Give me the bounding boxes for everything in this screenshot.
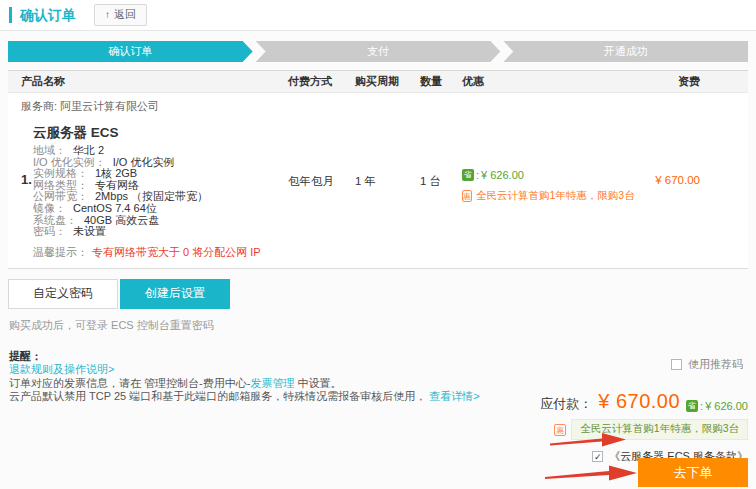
summary-promo-line: 惠 全民云计算首购1年特惠，限购3台 [540, 419, 748, 440]
vendor-row: 服务商: 阿里云计算有限公司 [8, 93, 748, 118]
back-arrow-icon: ↑ [105, 9, 110, 20]
invoice-manage-link[interactable]: 发票管理 [250, 377, 294, 389]
back-button[interactable]: ↑ 返回 [94, 4, 147, 26]
set-after-create-button[interactable]: 创建后设置 [120, 279, 230, 309]
progress-steps: 确认订单 支付 开通成功 [8, 41, 748, 62]
pay-method-cell: 包年包月 [288, 118, 355, 260]
payment-summary: 应付款： ¥ 670.00 省:¥ 626.00 惠 全民云计算首购1年特惠，限… [540, 390, 748, 464]
custom-password-button[interactable]: 自定义密码 [8, 279, 118, 309]
referral-label: 使用推荐码 [688, 357, 743, 372]
summary-save-amount: ¥ 626.00 [705, 400, 748, 412]
col-fee: 资费 [622, 74, 748, 89]
table-header: 产品名称 付费方式 购买周期 数量 优惠 资费 [8, 70, 748, 93]
page-title: 确认订单 [9, 7, 76, 23]
discount-cell: 省: ¥ 626.00 惠 全民云计算首购1年特惠，限购3台 [462, 118, 622, 260]
order-confirm-page: 确认订单 ↑ 返回 确认订单 支付 开通成功 产品名称 付费方式 购买周期 数量… [0, 0, 756, 489]
referral-checkbox[interactable] [671, 359, 682, 370]
save-badge-icon: 省 [686, 400, 698, 412]
product-specs: 地域：华北 2 I/O 优化实例：I/O 优化实例 实例规格：1核 2GB 网络… [33, 145, 288, 238]
coupon-icon: 惠 [554, 424, 566, 436]
quantity-cell: 1 台 [420, 118, 462, 260]
table-row: 1. 云服务器 ECS 地域：华北 2 I/O 优化实例：I/O 优化实例 实例… [8, 118, 748, 268]
warm-tip: 温馨提示：专有网络带宽大于 0 将分配公网 IP [33, 245, 288, 260]
promo-line: 惠 全民云计算首购1年特惠，限购3台 [462, 189, 622, 203]
terms-checkbox[interactable]: ✓ [592, 451, 603, 462]
save-line: 省: ¥ 626.00 [462, 169, 622, 181]
payable-label: 应付款： [540, 395, 592, 413]
place-order-button[interactable]: 去下单 [638, 458, 748, 487]
spec-system-disk: 系统盘：40GB 高效云盘 [33, 215, 288, 227]
step-activated: 开通成功 [503, 41, 748, 62]
spec-password: 密码：未设置 [33, 226, 288, 238]
fee-cell: ¥ 670.00 [622, 118, 748, 260]
payable-amount: ¥ 670.00 [598, 390, 680, 413]
row-index: 1. [21, 172, 32, 187]
view-details-link[interactable]: 查看详情> [429, 390, 479, 402]
col-product-name: 产品名称 [8, 74, 288, 89]
step-confirm-order: 确认订单 [8, 41, 253, 62]
period-cell: 1 年 [355, 118, 420, 260]
payable-line: 应付款： ¥ 670.00 省:¥ 626.00 [540, 390, 748, 413]
save-amount: ¥ 626.00 [481, 169, 524, 181]
col-discount: 优惠 [462, 74, 622, 89]
product-cell: 云服务器 ECS 地域：华北 2 I/O 优化实例：I/O 优化实例 实例规格：… [8, 118, 288, 260]
col-period: 购买周期 [355, 74, 420, 89]
coupon-icon: 惠 [462, 190, 472, 202]
back-button-label: 返回 [114, 7, 136, 22]
product-name: 云服务器 ECS [33, 118, 288, 141]
refund-rules-link[interactable]: 退款规则及操作说明> [9, 363, 114, 375]
promo-text: 全民云计算首购1年特惠，限购3台 [476, 189, 635, 203]
invoice-line: 订单对应的发票信息，请在 管理控制台-费用中心-发票管理 中设置。 [9, 377, 756, 391]
summary-promo-text: 全民云计算首购1年特惠，限购3台 [571, 419, 748, 440]
step-pay: 支付 [256, 41, 501, 62]
reminder-title: 提醒： [9, 350, 756, 364]
spec-bandwidth: 公网带宽：2Mbps （按固定带宽） [33, 191, 288, 203]
annotation-arrow-order [545, 462, 643, 482]
col-pay-method: 付费方式 [288, 74, 355, 89]
order-table: 产品名称 付费方式 购买周期 数量 优惠 资费 服务商: 阿里云计算有限公司 1… [8, 70, 748, 269]
password-note: 购买成功后，可登录 ECS 控制台重置密码 [9, 318, 756, 333]
spec-image: 镜像：CentOS 7.4 64位 [33, 203, 288, 215]
save-badge-icon: 省 [462, 169, 474, 181]
summary-save: 省:¥ 626.00 [686, 400, 748, 412]
col-quantity: 数量 [420, 74, 462, 89]
page-header: 确认订单 ↑ 返回 [0, 0, 756, 31]
password-options: 自定义密码 创建后设置 [8, 279, 756, 309]
referral-row: 使用推荐码 [671, 357, 743, 372]
